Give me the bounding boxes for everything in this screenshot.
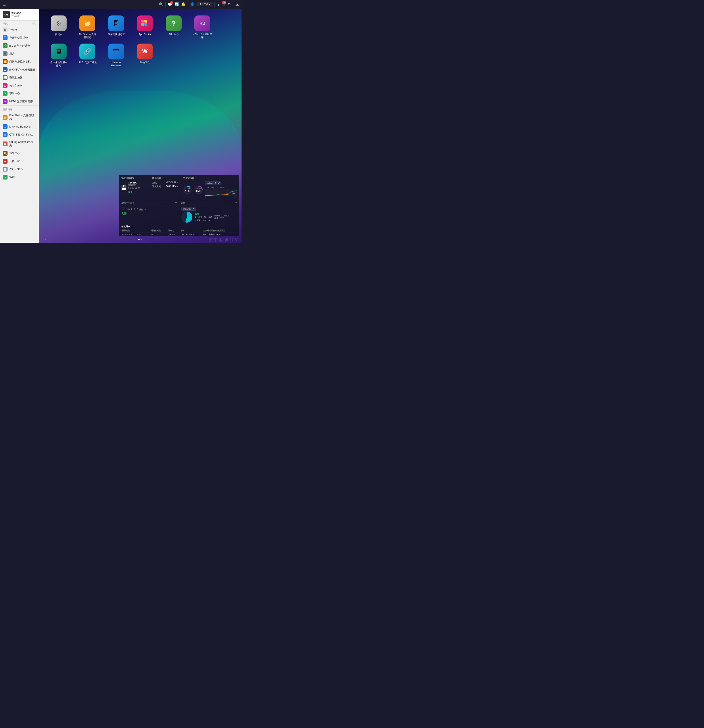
update-icon[interactable]: ⬆ 10+: [223, 2, 226, 6]
sidebar-item-label: myQNAPcloud 云服务: [9, 68, 35, 72]
desktop-dots: [138, 239, 142, 240]
sidebar-item-user[interactable]: 👤 用户: [0, 50, 39, 58]
iscsi-icon: 🔗: [3, 43, 7, 48]
ram-gauge-container: RAM 25%: [194, 185, 203, 194]
more-icon[interactable]: ⋮: [217, 2, 220, 6]
desktop-icon-control[interactable]: ⚙ 控制台: [48, 16, 70, 39]
monitor-icon: 📊: [3, 75, 7, 80]
user-add-icon[interactable]: 👤: [190, 2, 195, 6]
desktop-icon-hdmi[interactable]: HD HDMI 显示应用程序: [191, 16, 214, 39]
settings-icon[interactable]: ⚙: [228, 2, 231, 6]
widget-res-section: 资源监控器 CPU 11%: [181, 175, 239, 200]
hamburger-icon[interactable]: ☰: [3, 2, 6, 6]
avail-legend-dot: [195, 220, 196, 221]
disk-status-row: 🗄 NAS 6 / 6 磁盘 ✔: [121, 207, 177, 212]
disk-good-label: 良好: [121, 212, 177, 215]
hdmi-app-label: HDMI 显示应用程序: [193, 33, 212, 39]
sidebar-item-network[interactable]: 🔀 网络与虚拟交换机: [0, 58, 39, 66]
desktop-settings-bottom[interactable]: ⚙: [43, 237, 47, 241]
sidebar-item-weplay[interactable]: W 玩物下载: [0, 157, 39, 165]
storage-content: DataVol1 就绪 已使用: 21.11 GB: [179, 206, 239, 224]
disk-tab: 磁盘运行状况 ☰: [119, 200, 179, 206]
sidebar-item-monitor[interactable]: 📊 资源监控器: [0, 74, 39, 82]
weplay-app-label: 玩物下载: [140, 61, 150, 64]
storage-tab-icon: ☰: [235, 202, 237, 204]
storage-tab-label: 存储: [181, 201, 185, 205]
sidebar-item-imc[interactable]: ✈ 迅雷: [0, 173, 39, 181]
sidebar-item-label: 网络与虚拟交换机: [9, 60, 30, 64]
message-icon[interactable]: 💬 3: [168, 2, 172, 6]
cell-session-time: 00:00:17: [150, 233, 167, 236]
sidebar-item-appcenter[interactable]: ⊞ App Center: [0, 82, 39, 90]
cpu-label: CPU 11%: [185, 188, 190, 192]
storage-select[interactable]: DataVol1: [181, 207, 196, 211]
appcenter-app-label: App Center: [139, 33, 151, 36]
notify-icon: 🔔: [3, 151, 7, 156]
sidebar-item-malware[interactable]: 🛡 Malware Remover: [0, 123, 39, 131]
desktop-icon-weplay[interactable]: W 玩物下载: [134, 43, 156, 67]
device-name: TS466C: [12, 12, 21, 15]
dot-2[interactable]: [141, 239, 142, 240]
sidebar-item-label: 玩物下载: [9, 159, 20, 163]
bell-icon[interactable]: 🔔: [181, 2, 185, 6]
sidebar-item-notify[interactable]: 🔔 通知中心: [0, 149, 39, 157]
sidebar-item-qulog[interactable]: 📋 QuLog Center 系统日志: [0, 139, 39, 149]
sidebar-item-help[interactable]: ? 帮助中心: [0, 90, 39, 97]
sidebar-item-storage[interactable]: 🗄 存储与快照总管: [0, 34, 39, 42]
watermark: 知乎 @glb1031: [209, 237, 239, 243]
cpu-gauge: CPU 11%: [183, 185, 192, 194]
storage-details: 已使用: 21.11 GB 可用: 17.07 TB: [195, 216, 212, 222]
desktop-icon-malware[interactable]: 🛡 MalwareRemover: [105, 43, 127, 67]
desktop-icon-virtual[interactable]: 🖥 虚拟化功能用户指南: [48, 43, 70, 67]
temp-label: 系统: [152, 181, 157, 184]
sidebar-item-hdmi[interactable]: HD HDMI 显示应用程序: [0, 97, 39, 105]
sidebar-item-control[interactable]: ⚙ 控制台: [0, 26, 39, 34]
hw-section-title: 硬件信息: [152, 177, 178, 180]
sidebar-item-license[interactable]: 📄 许可证中心: [0, 165, 39, 173]
sidebar-item-filestation[interactable]: 📁 File Station 文件管理器: [0, 112, 39, 123]
sidebar-item-label: QuLog Center 系统日志: [9, 140, 36, 148]
hdmi-icon: HD: [3, 99, 7, 104]
topbar-left: ☰: [3, 2, 6, 6]
sync-icon[interactable]: 🔄: [175, 2, 179, 6]
iscsi-app-icon: 🔗: [80, 43, 95, 59]
help-icon: ?: [3, 91, 7, 96]
disk-detail: NAS 6 / 6 磁盘 ✔: [127, 208, 147, 211]
desktop-icon-appcenter[interactable]: App Center: [134, 16, 156, 39]
dot-1[interactable]: [138, 239, 140, 240]
res-section-title: 资源监控器: [183, 177, 237, 180]
desktop-icon-help[interactable]: ? 帮助中心: [163, 16, 185, 39]
desktop-icon-storage[interactable]: 🗄 存储与快照总管: [105, 16, 127, 39]
search-icon[interactable]: 🔍: [159, 2, 163, 6]
user-button[interactable]: glb1031 ▾: [197, 3, 212, 6]
topbar-right: 🔍 💬 3 🔄 🔔 👤 glb1031 ▾ ⋮ ⬆ 10+ ⚙ ☁: [159, 2, 239, 7]
desktop-icon-iscsi[interactable]: 🔗 iSCSI 与光纤通道: [76, 43, 98, 67]
license-icon: 📄: [3, 167, 7, 172]
fan-value: 1692 RPM ●: [166, 185, 178, 188]
disk-icon: 🗄: [121, 207, 125, 212]
adapter-select[interactable]: Adapter 2: [205, 181, 221, 185]
desktop-icon-filestation[interactable]: 📁 File Station 文件管理器: [76, 16, 98, 39]
cloud-icon[interactable]: ☁: [235, 2, 239, 6]
temp-row: 系统 32°C/89°F 🌡: [152, 181, 178, 184]
sidebar-item-iscsi[interactable]: 🔗 iSCSI 与光纤通道: [0, 42, 39, 50]
device-info: TS466C TS-466C: [12, 12, 21, 17]
runtime-label: 运行时间: [128, 184, 140, 187]
net-stats: ↑ 11 KB/s ↓ 17 KB/s: [205, 186, 237, 189]
sidebar-item-label: 许可证中心: [9, 168, 23, 171]
sidebar-item-qts[interactable]: 🔒 QTS SSL Certificate: [0, 131, 39, 139]
desktop-nav-right[interactable]: ›: [238, 123, 240, 129]
widget-users-section: 在线用户 (1) 登录时间 总连接时间 用户名 源 IP 客户端应用程序 连接类…: [119, 224, 239, 236]
sidebar-search-icon[interactable]: 🔍: [32, 22, 36, 25]
sidebar-item-label: 通知中心: [9, 152, 20, 155]
appcenter-app-icon: [137, 16, 153, 32]
sidebar-item-label: File Station 文件管理器: [9, 114, 36, 121]
net-chart-high: 1.1: [234, 196, 237, 198]
message-badge: 3: [170, 1, 173, 4]
desktop: ⚙ 控制台 📁 File Station 文件管理器 🗄 存储与快照总管: [39, 9, 241, 243]
widget-mid-row: 磁盘运行状况 ☰ 存储 ☰ 🗄: [119, 200, 239, 224]
help-app-icon: ?: [166, 16, 182, 32]
filestation-app-label: File Station 文件管理器: [78, 33, 96, 39]
sidebar-item-myqnap[interactable]: ☁ myQNAPcloud 云服务: [0, 66, 39, 74]
weplay-app-icon: W: [137, 43, 153, 59]
